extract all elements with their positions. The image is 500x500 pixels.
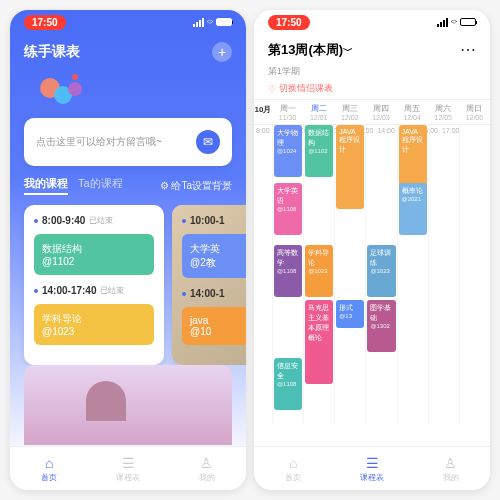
- course-block[interactable]: 数据结构@1102: [305, 125, 333, 177]
- tab-my-courses[interactable]: 我的课程: [24, 176, 68, 195]
- weekday-cell[interactable]: 周三12/02: [334, 100, 365, 124]
- illustration: [24, 365, 232, 445]
- course-tabs: 我的课程 Ta的课程 ⚙ 给Ta设置背景: [10, 166, 246, 205]
- phone-schedule: 17:50 ⌔ 第13周(本周)﹀ ⋯ 第1学期 ♡切换情侣课表 10月 周一1…: [254, 10, 490, 490]
- subject-block: java@10: [182, 307, 246, 345]
- status-bar: 17:50 ⌔: [10, 10, 246, 34]
- course-block[interactable]: 大学英语@1108: [274, 183, 302, 235]
- status-time: 17:50: [24, 15, 66, 30]
- more-button[interactable]: ⋯: [460, 40, 476, 59]
- day-column: [428, 125, 459, 425]
- day-column: 足球训练@1023图学基础@1302: [365, 125, 396, 425]
- subject-block: 学科导论@1023: [34, 304, 154, 345]
- add-button[interactable]: +: [212, 42, 232, 62]
- nav-schedule[interactable]: ☰课程表: [333, 447, 412, 490]
- wifi-icon: ⌔: [207, 17, 213, 28]
- tab-partner-courses[interactable]: Ta的课程: [78, 176, 123, 195]
- day-column: [459, 125, 490, 425]
- set-background-link[interactable]: ⚙ 给Ta设置背景: [160, 179, 232, 193]
- nav-profile[interactable]: ♙我的: [411, 447, 490, 490]
- course-block[interactable]: 马克思主义基本原理概论: [305, 300, 333, 384]
- profile-icon: ♙: [200, 455, 213, 471]
- wifi-icon: ⌔: [451, 17, 457, 28]
- home-icon: ⌂: [45, 455, 53, 471]
- month-label: 10月: [254, 100, 272, 124]
- subject-block: 大学英@2教: [182, 234, 246, 278]
- weekday-cell[interactable]: 周四12/03: [365, 100, 396, 124]
- header: 练手课表 +: [10, 34, 246, 70]
- nav-home[interactable]: ⌂首页: [10, 447, 89, 490]
- subject-block: 数据结构@1102: [34, 234, 154, 275]
- bottom-nav: ⌂首页 ☰课程表 ♙我的: [10, 446, 246, 490]
- battery-icon: [216, 18, 232, 26]
- course-block[interactable]: JAVA程序设计: [336, 125, 364, 209]
- course-cards[interactable]: 8:00-9:40已结束 数据结构@1102 14:00-17:40已结束 学科…: [10, 205, 246, 365]
- course-block[interactable]: 足球训练@1023: [367, 245, 395, 297]
- signal-icon: [437, 18, 448, 27]
- profile-icon: ♙: [444, 455, 457, 471]
- battery-icon: [460, 18, 476, 26]
- course-block[interactable]: 图学基础@1302: [367, 300, 395, 352]
- day-column: 大学物理@1024大学英语@1108高等数学@1108信息安全@1108: [272, 125, 303, 425]
- course-block[interactable]: 形式@13: [336, 300, 364, 328]
- course-block[interactable]: 学科导论@1023: [305, 245, 333, 297]
- schedule-header: 第13周(本周)﹀ ⋯: [254, 34, 490, 65]
- nav-home[interactable]: ⌂首页: [254, 447, 333, 490]
- status-bar: 17:50 ⌔: [254, 10, 490, 34]
- hour-column: 8:009:0010:0011:0012:0013:0014:0015:0016…: [254, 125, 272, 425]
- day-column: 数据结构@1102学科导论@1023马克思主义基本原理概论: [303, 125, 334, 425]
- app-title: 练手课表: [24, 43, 80, 61]
- course-block[interactable]: 概率论@2021: [399, 183, 427, 235]
- weekday-cell[interactable]: 周五12/04: [397, 100, 428, 124]
- nav-profile[interactable]: ♙我的: [167, 447, 246, 490]
- week-selector[interactable]: 第13周(本周)﹀: [268, 42, 353, 57]
- weekday-cell[interactable]: 周六12/05: [428, 100, 459, 124]
- status-time: 17:50: [268, 15, 310, 30]
- home-icon: ⌂: [289, 455, 297, 471]
- schedule-icon: ☰: [122, 455, 135, 471]
- message-card[interactable]: 点击这里可以给对方留言哦~ ✉: [24, 118, 232, 166]
- course-card-partner[interactable]: 10:00-1 大学英@2教 14:00-1 java@10: [172, 205, 246, 365]
- weekday-header: 10月 周一11/30周二12/01周三12/02周四12/03周五12/04周…: [254, 99, 490, 125]
- day-column: JAVA程序设计概率论@2021: [397, 125, 428, 425]
- switch-schedule-link[interactable]: ♡切换情侣课表: [254, 78, 490, 99]
- course-card[interactable]: 8:00-9:40已结束 数据结构@1102 14:00-17:40已结束 学科…: [24, 205, 164, 365]
- chat-icon[interactable]: ✉: [196, 130, 220, 154]
- heart-icon: ♡: [268, 84, 276, 94]
- nav-schedule[interactable]: ☰课程表: [89, 447, 168, 490]
- schedule-grid[interactable]: 8:009:0010:0011:0012:0013:0014:0015:0016…: [254, 125, 490, 425]
- weekday-cell[interactable]: 周一11/30: [272, 100, 303, 124]
- schedule-icon: ☰: [366, 455, 379, 471]
- signal-icon: [193, 18, 204, 27]
- weekday-cell[interactable]: 周日12/06: [459, 100, 490, 124]
- day-column: JAVA程序设计形式@13: [334, 125, 365, 425]
- course-block[interactable]: 信息安全@1108: [274, 358, 302, 410]
- course-block[interactable]: 大学物理@1024: [274, 125, 302, 177]
- chevron-down-icon: ﹀: [343, 45, 353, 56]
- message-placeholder: 点击这里可以给对方留言哦~: [36, 135, 162, 149]
- weekday-cell[interactable]: 周二12/01: [303, 100, 334, 124]
- course-block[interactable]: 高等数学@1108: [274, 245, 302, 297]
- status-icons: ⌔: [437, 17, 476, 28]
- decorative-bubbles: [24, 74, 232, 114]
- bottom-nav: ⌂首页 ☰课程表 ♙我的: [254, 446, 490, 490]
- semester-label: 第1学期: [254, 65, 490, 78]
- phone-home: 17:50 ⌔ 练手课表 + 点击这里可以给对方留言哦~ ✉ 我的课程 Ta的课…: [10, 10, 246, 490]
- status-icons: ⌔: [193, 17, 232, 28]
